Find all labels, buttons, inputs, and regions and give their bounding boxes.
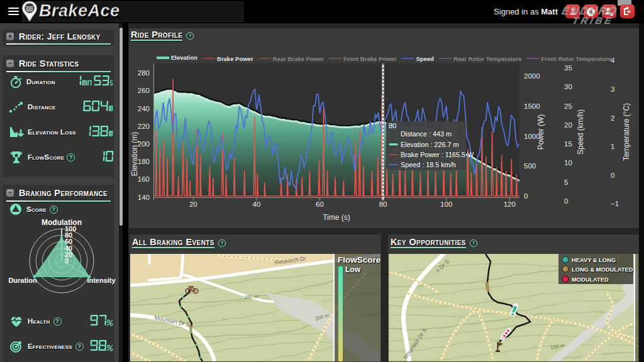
svg-text:1500: 1500 (524, 102, 540, 110)
svg-text:60: 60 (316, 200, 324, 208)
svg-text:4: 4 (611, 57, 615, 64)
svg-text:200: 200 (138, 140, 150, 148)
svg-text:2: 2 (611, 114, 614, 122)
svg-text:Low: Low (345, 265, 361, 274)
svg-text:500: 500 (524, 162, 536, 170)
svg-text:MODULATED: MODULATED (572, 277, 609, 283)
svg-text:Modulation: Modulation (42, 218, 82, 227)
svg-text:80: 80 (379, 200, 387, 208)
svg-text:240: 240 (138, 105, 150, 112)
svg-text:Time (s): Time (s) (323, 213, 350, 222)
svg-text:160: 160 (138, 175, 150, 183)
svg-text:3: 3 (611, 85, 614, 93)
svg-text:Temperature (°C): Temperature (°C) (622, 103, 631, 161)
svg-text:20: 20 (564, 121, 572, 129)
svg-text:Speed : 18.5 km/h: Speed : 18.5 km/h (401, 161, 456, 168)
svg-text:20: 20 (189, 200, 197, 208)
svg-text:2000: 2000 (524, 72, 540, 80)
svg-text:Brake Power : 1165.5 W: Brake Power : 1165.5 W (401, 151, 474, 158)
svg-text:15: 15 (564, 140, 572, 148)
svg-text:0: 0 (611, 172, 614, 179)
svg-text:Elevation : 226.7 m: Elevation : 226.7 m (401, 141, 458, 148)
svg-text:Speed (km/h): Speed (km/h) (576, 109, 585, 155)
svg-text:120: 120 (504, 200, 516, 208)
svg-text:40: 40 (253, 200, 261, 208)
svg-text:260: 260 (138, 87, 150, 94)
svg-text:Distance : 443 m: Distance : 443 m (401, 130, 452, 138)
svg-text:10: 10 (564, 159, 572, 167)
svg-text:280: 280 (138, 69, 150, 77)
svg-text:30: 30 (564, 83, 572, 90)
svg-text:Intensity: Intensity (87, 277, 116, 284)
svg-text:0: 0 (524, 192, 528, 200)
svg-text:−1: −1 (611, 200, 619, 207)
svg-text:140: 140 (138, 194, 150, 201)
svg-text:35: 35 (564, 64, 572, 72)
svg-text:80: 80 (65, 231, 72, 239)
svg-text:0: 0 (564, 197, 568, 205)
svg-text:HEAVY & LONG: HEAVY & LONG (572, 257, 616, 263)
svg-text:5: 5 (564, 178, 568, 186)
svg-text:LONG & MODULATED: LONG & MODULATED (572, 266, 633, 273)
svg-text:100: 100 (440, 200, 452, 208)
svg-text:25: 25 (564, 102, 572, 110)
svg-text:Duration: Duration (8, 277, 37, 284)
svg-text:220: 220 (138, 123, 150, 130)
svg-text:180: 180 (138, 158, 150, 165)
svg-text:1: 1 (611, 143, 614, 150)
svg-text:Elevation (m): Elevation (m) (130, 132, 139, 177)
svg-text:80: 80 (389, 122, 396, 129)
svg-text:Power (W): Power (W) (536, 114, 545, 150)
svg-text:FlowScore: FlowScore (338, 255, 380, 265)
